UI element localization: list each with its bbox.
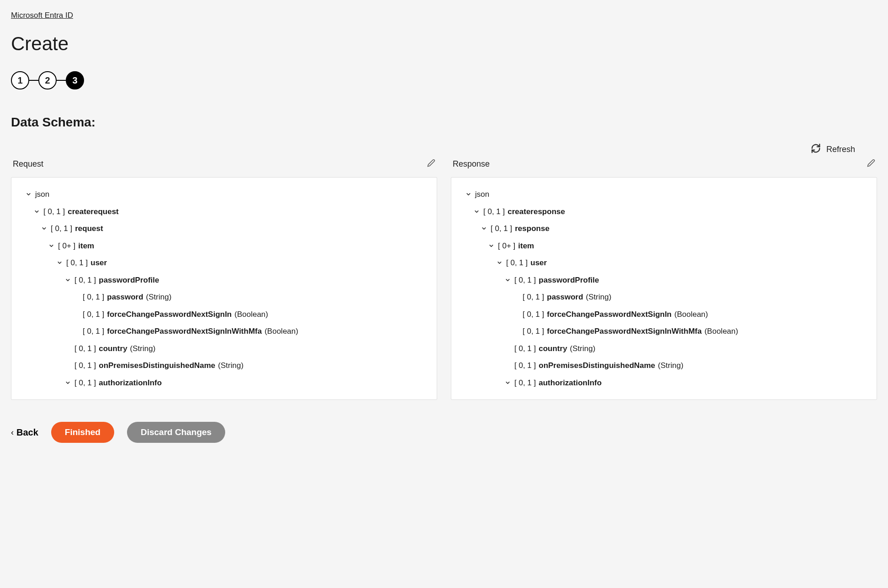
field-type: (String) [658,360,683,372]
tree-node[interactable]: [ 0+ ] item [16,237,432,255]
field-type: (String) [570,343,596,355]
edit-icon[interactable] [867,159,875,169]
section-title: Data Schema: [11,115,877,130]
cardinality: [ 0+ ] [498,240,515,252]
chevron-down-icon[interactable] [47,243,55,249]
tree-node[interactable]: [ 0, 1 ] authorizationInfo [16,374,432,392]
tree-node[interactable]: [ 0, 1 ] passwordProfile [16,272,432,289]
field-name: password [107,291,143,303]
field-name: country [99,343,127,355]
tree-node[interactable]: [ 0, 1 ] response [456,220,872,237]
tree-node[interactable]: [ 0+ ] item [456,237,872,255]
cardinality: [ 0, 1 ] [83,309,104,320]
tree-node: [ 0, 1 ] password (String) [16,289,432,306]
chevron-down-icon[interactable] [503,277,512,283]
chevron-down-icon[interactable] [32,209,41,215]
cardinality: [ 0, 1 ] [523,326,544,337]
step-connector [29,80,38,81]
chevron-down-icon[interactable] [487,243,495,249]
cardinality: [ 0, 1 ] [514,274,536,286]
field-name: country [539,343,567,355]
back-label: Back [16,427,38,438]
tree-node: [ 0, 1 ] forceChangePasswordNextSignInWi… [456,323,872,340]
field-name: json [475,189,489,200]
tree-node[interactable]: [ 0, 1 ] createrequest [16,203,432,220]
tree-node: [ 0, 1 ] onPremisesDistinguishedName (St… [456,357,872,374]
field-name: request [75,223,103,235]
refresh-button[interactable]: Refresh [826,145,855,154]
field-type: (Boolean) [234,309,268,320]
field-type: (String) [218,360,243,372]
cardinality: [ 0, 1 ] [514,377,536,389]
tree-node: [ 0, 1 ] forceChangePasswordNextSignIn (… [16,306,432,323]
cardinality: [ 0, 1 ] [74,377,96,389]
cardinality: [ 0, 1 ] [83,291,104,303]
finished-button[interactable]: Finished [51,422,114,443]
back-button[interactable]: ‹ Back [11,427,38,438]
tree-node: [ 0, 1 ] onPremisesDistinguishedName (St… [16,357,432,374]
tree-node: [ 0, 1 ] forceChangePasswordNextSignInWi… [16,323,432,340]
cardinality: [ 0, 1 ] [506,257,528,269]
cardinality: [ 0, 1 ] [523,291,544,303]
chevron-down-icon[interactable] [480,226,488,231]
field-name: item [518,240,534,252]
edit-icon[interactable] [427,159,435,169]
breadcrumb-link[interactable]: Microsoft Entra ID [11,11,73,20]
chevron-down-icon[interactable] [503,380,512,386]
tree-node[interactable]: json [456,186,872,203]
chevron-down-icon[interactable] [24,191,32,197]
field-type: (String) [146,291,172,303]
field-type: (Boolean) [674,309,708,320]
step-connector [57,80,66,81]
chevron-down-icon[interactable] [464,191,472,197]
tree-node[interactable]: [ 0, 1 ] request [16,220,432,237]
cardinality: [ 0, 1 ] [51,223,72,235]
step-1[interactable]: 1 [11,71,29,89]
chevron-down-icon[interactable] [40,226,48,231]
tree-node[interactable]: [ 0, 1 ] passwordProfile [456,272,872,289]
page-title: Create [11,33,877,55]
cardinality: [ 0, 1 ] [523,309,544,320]
chevron-down-icon[interactable] [63,380,72,386]
cardinality: [ 0, 1 ] [483,206,505,218]
tree-node: [ 0, 1 ] password (String) [456,289,872,306]
field-name: item [78,240,94,252]
field-name: forceChangePasswordNextSignIn [107,309,232,320]
field-name: onPremisesDistinguishedName [99,360,215,372]
request-tree: json[ 0, 1 ] createrequest[ 0, 1 ] reque… [11,177,437,400]
cardinality: [ 0, 1 ] [83,326,104,337]
response-tree: json[ 0, 1 ] createresponse[ 0, 1 ] resp… [451,177,877,400]
chevron-down-icon[interactable] [55,260,63,266]
chevron-down-icon[interactable] [495,260,503,266]
field-type: (String) [586,291,612,303]
response-panel-title: Response [453,159,490,169]
cardinality: [ 0, 1 ] [43,206,65,218]
chevron-down-icon[interactable] [63,277,72,283]
step-2[interactable]: 2 [38,71,57,89]
tree-node[interactable]: [ 0, 1 ] user [16,254,432,272]
cardinality: [ 0+ ] [58,240,75,252]
tree-node[interactable]: [ 0, 1 ] user [456,254,872,272]
cardinality: [ 0, 1 ] [74,360,96,372]
refresh-icon[interactable] [811,143,821,155]
field-name: authorizationInfo [539,377,602,389]
tree-node[interactable]: [ 0, 1 ] authorizationInfo [456,374,872,392]
field-name: json [35,189,49,200]
cardinality: [ 0, 1 ] [66,257,88,269]
field-name: forceChangePasswordNextSignIn [547,309,671,320]
tree-node: [ 0, 1 ] country (String) [16,340,432,357]
cardinality: [ 0, 1 ] [491,223,512,235]
field-type: (String) [130,343,156,355]
step-3[interactable]: 3 [66,71,84,89]
tree-node[interactable]: json [16,186,432,203]
chevron-left-icon: ‹ [11,428,14,437]
field-type: (Boolean) [264,326,298,337]
cardinality: [ 0, 1 ] [514,360,536,372]
field-name: response [515,223,550,235]
field-type: (Boolean) [704,326,738,337]
field-name: authorizationInfo [99,377,162,389]
chevron-down-icon[interactable] [472,209,481,215]
cardinality: [ 0, 1 ] [514,343,536,355]
discard-changes-button[interactable]: Discard Changes [127,422,225,443]
tree-node[interactable]: [ 0, 1 ] createresponse [456,203,872,220]
